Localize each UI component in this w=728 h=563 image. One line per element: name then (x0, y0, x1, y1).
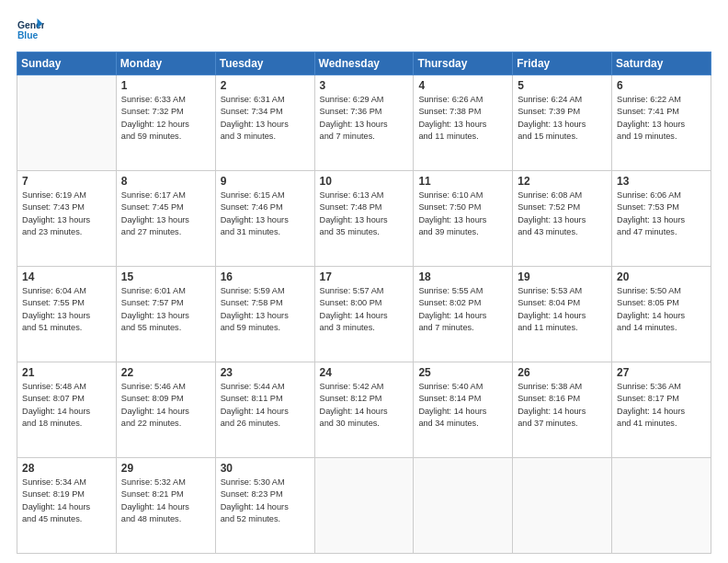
day-info: Sunrise: 6:26 AMSunset: 7:38 PMDaylight:… (418, 94, 507, 143)
calendar-cell: 9Sunrise: 6:15 AMSunset: 7:46 PMDaylight… (215, 171, 314, 267)
calendar-cell: 8Sunrise: 6:17 AMSunset: 7:45 PMDaylight… (116, 171, 215, 267)
day-info: Sunrise: 6:10 AMSunset: 7:50 PMDaylight:… (418, 190, 507, 238)
day-info: Sunrise: 5:57 AMSunset: 8:00 PMDaylight:… (320, 285, 409, 334)
calendar-week-row: 7Sunrise: 6:19 AMSunset: 7:43 PMDaylight… (17, 171, 711, 267)
day-number: 12 (518, 175, 607, 188)
day-number: 10 (320, 175, 409, 188)
calendar-cell: 2Sunrise: 6:31 AMSunset: 7:34 PMDaylight… (215, 75, 314, 171)
calendar-cell: 1Sunrise: 6:33 AMSunset: 7:32 PMDaylight… (116, 75, 215, 171)
day-info: Sunrise: 5:40 AMSunset: 8:14 PMDaylight:… (418, 381, 507, 430)
weekday-header: Saturday (612, 52, 711, 75)
calendar-cell: 5Sunrise: 6:24 AMSunset: 7:39 PMDaylight… (513, 75, 612, 171)
weekday-header: Wednesday (314, 52, 414, 75)
weekday-header-row: SundayMondayTuesdayWednesdayThursdayFrid… (17, 52, 711, 75)
calendar-cell: 14Sunrise: 6:04 AMSunset: 7:55 PMDayligh… (17, 267, 117, 362)
svg-text:Blue: Blue (17, 30, 39, 40)
calendar-cell: 24Sunrise: 5:42 AMSunset: 8:12 PMDayligh… (314, 362, 414, 458)
day-number: 17 (320, 270, 409, 283)
day-info: Sunrise: 6:01 AMSunset: 7:57 PMDaylight:… (121, 285, 210, 334)
day-number: 6 (617, 79, 706, 92)
day-number: 1 (121, 79, 210, 92)
calendar-cell: 11Sunrise: 6:10 AMSunset: 7:50 PMDayligh… (414, 171, 513, 267)
day-number: 20 (617, 270, 706, 283)
day-number: 26 (518, 366, 607, 379)
calendar-cell: 6Sunrise: 6:22 AMSunset: 7:41 PMDaylight… (612, 75, 711, 171)
day-info: Sunrise: 5:30 AMSunset: 8:23 PMDaylight:… (221, 477, 310, 525)
day-info: Sunrise: 6:29 AMSunset: 7:36 PMDaylight:… (320, 94, 409, 143)
day-number: 18 (418, 270, 507, 283)
day-info: Sunrise: 6:22 AMSunset: 7:41 PMDaylight:… (617, 94, 706, 143)
day-number: 14 (22, 270, 111, 283)
day-number: 29 (121, 462, 210, 475)
calendar-page: General Blue SundayMondayTuesdayWednesda… (0, 0, 728, 563)
day-number: 9 (221, 175, 310, 188)
day-number: 16 (221, 270, 310, 283)
calendar-cell: 29Sunrise: 5:32 AMSunset: 8:21 PMDayligh… (116, 458, 215, 554)
day-number: 3 (320, 79, 409, 92)
weekday-header: Thursday (414, 52, 513, 75)
calendar-cell (612, 458, 711, 554)
day-number: 8 (121, 175, 210, 188)
calendar-cell: 19Sunrise: 5:53 AMSunset: 8:04 PMDayligh… (513, 267, 612, 362)
day-info: Sunrise: 5:42 AMSunset: 8:12 PMDaylight:… (320, 381, 409, 430)
day-number: 27 (617, 366, 706, 379)
weekday-header: Tuesday (215, 52, 314, 75)
day-info: Sunrise: 5:44 AMSunset: 8:11 PMDaylight:… (221, 381, 310, 430)
day-info: Sunrise: 5:53 AMSunset: 8:04 PMDaylight:… (518, 285, 607, 334)
calendar-cell (414, 458, 513, 554)
day-number: 22 (121, 366, 210, 379)
weekday-header: Sunday (17, 52, 117, 75)
calendar-week-row: 28Sunrise: 5:34 AMSunset: 8:19 PMDayligh… (17, 458, 711, 554)
day-number: 4 (418, 79, 507, 92)
calendar-cell: 27Sunrise: 5:36 AMSunset: 8:17 PMDayligh… (612, 362, 711, 458)
day-info: Sunrise: 5:55 AMSunset: 8:02 PMDaylight:… (418, 285, 507, 334)
day-info: Sunrise: 6:15 AMSunset: 7:46 PMDaylight:… (221, 190, 310, 238)
calendar-week-row: 1Sunrise: 6:33 AMSunset: 7:32 PMDaylight… (17, 75, 711, 171)
day-number: 24 (320, 366, 409, 379)
day-info: Sunrise: 5:50 AMSunset: 8:05 PMDaylight:… (617, 285, 706, 334)
day-info: Sunrise: 5:59 AMSunset: 7:58 PMDaylight:… (221, 285, 310, 334)
calendar-cell: 18Sunrise: 5:55 AMSunset: 8:02 PMDayligh… (414, 267, 513, 362)
day-info: Sunrise: 5:38 AMSunset: 8:16 PMDaylight:… (518, 381, 607, 430)
logo-icon: General Blue (17, 17, 44, 44)
calendar-cell: 20Sunrise: 5:50 AMSunset: 8:05 PMDayligh… (612, 267, 711, 362)
day-number: 5 (518, 79, 607, 92)
calendar-cell: 30Sunrise: 5:30 AMSunset: 8:23 PMDayligh… (215, 458, 314, 554)
day-info: Sunrise: 5:46 AMSunset: 8:09 PMDaylight:… (121, 381, 210, 430)
weekday-header: Friday (513, 52, 612, 75)
header: General Blue (17, 17, 711, 44)
calendar-cell (17, 75, 117, 171)
day-info: Sunrise: 6:17 AMSunset: 7:45 PMDaylight:… (121, 190, 210, 238)
day-number: 13 (617, 175, 706, 188)
day-info: Sunrise: 5:48 AMSunset: 8:07 PMDaylight:… (22, 381, 111, 430)
day-info: Sunrise: 6:31 AMSunset: 7:34 PMDaylight:… (221, 94, 310, 143)
day-info: Sunrise: 5:36 AMSunset: 8:17 PMDaylight:… (617, 381, 706, 430)
day-number: 30 (221, 462, 310, 475)
day-info: Sunrise: 6:06 AMSunset: 7:53 PMDaylight:… (617, 190, 706, 238)
calendar-cell (314, 458, 414, 554)
logo: General Blue (17, 17, 48, 44)
day-number: 21 (22, 366, 111, 379)
day-number: 28 (22, 462, 111, 475)
calendar-cell: 26Sunrise: 5:38 AMSunset: 8:16 PMDayligh… (513, 362, 612, 458)
day-number: 2 (221, 79, 310, 92)
calendar-cell: 16Sunrise: 5:59 AMSunset: 7:58 PMDayligh… (215, 267, 314, 362)
calendar-cell: 12Sunrise: 6:08 AMSunset: 7:52 PMDayligh… (513, 171, 612, 267)
calendar-cell: 21Sunrise: 5:48 AMSunset: 8:07 PMDayligh… (17, 362, 117, 458)
calendar-cell: 28Sunrise: 5:34 AMSunset: 8:19 PMDayligh… (17, 458, 117, 554)
day-info: Sunrise: 6:13 AMSunset: 7:48 PMDaylight:… (320, 190, 409, 238)
weekday-header: Monday (116, 52, 215, 75)
day-info: Sunrise: 5:34 AMSunset: 8:19 PMDaylight:… (22, 477, 111, 525)
day-info: Sunrise: 6:08 AMSunset: 7:52 PMDaylight:… (518, 190, 607, 238)
day-number: 11 (418, 175, 507, 188)
calendar-cell (513, 458, 612, 554)
calendar-cell: 13Sunrise: 6:06 AMSunset: 7:53 PMDayligh… (612, 171, 711, 267)
calendar-cell: 22Sunrise: 5:46 AMSunset: 8:09 PMDayligh… (116, 362, 215, 458)
calendar-week-row: 21Sunrise: 5:48 AMSunset: 8:07 PMDayligh… (17, 362, 711, 458)
calendar-cell: 10Sunrise: 6:13 AMSunset: 7:48 PMDayligh… (314, 171, 414, 267)
calendar-cell: 15Sunrise: 6:01 AMSunset: 7:57 PMDayligh… (116, 267, 215, 362)
calendar-cell: 7Sunrise: 6:19 AMSunset: 7:43 PMDaylight… (17, 171, 117, 267)
day-number: 25 (418, 366, 507, 379)
day-number: 15 (121, 270, 210, 283)
day-info: Sunrise: 6:04 AMSunset: 7:55 PMDaylight:… (22, 285, 111, 334)
